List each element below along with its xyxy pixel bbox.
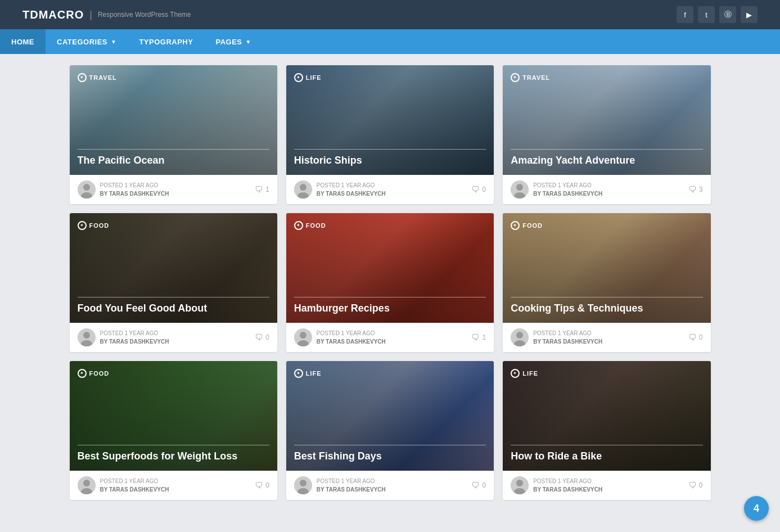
- card-author-0: POSTED 1 YEAR AGO BY TARAS DASHKEVYCH: [78, 181, 169, 199]
- facebook-icon[interactable]: f: [677, 6, 693, 23]
- card-6[interactable]: ⌖ FOOD Best Superfoods for Weight Loss: [70, 361, 277, 500]
- logo-divider: |: [89, 9, 92, 21]
- comment-icon-5: 🗨: [688, 333, 696, 342]
- comment-icon-3: 🗨: [255, 333, 263, 342]
- category-icon-2: ⌖: [511, 73, 520, 82]
- header-social-icons: f t Ⓑ ▶: [677, 6, 758, 23]
- card-title-divider-3: [78, 297, 269, 297]
- card-title-divider-5: [511, 297, 702, 297]
- site-badge[interactable]: 4: [744, 496, 769, 521]
- card-7[interactable]: ⌖ LIFE Best Fishing Days: [286, 361, 494, 500]
- card-footer-5: POSTED 1 YEAR AGO BY TARAS DASHKEVYCH 🗨 …: [503, 323, 710, 352]
- card-bg-1: ⌖ LIFE Historic Ships: [286, 65, 494, 175]
- nav-categories[interactable]: CATEGORIES ▼: [46, 29, 128, 54]
- site-header: TDMACRO | Responsive WordPress Theme f t…: [0, 0, 780, 29]
- author-avatar-7: [294, 476, 312, 494]
- author-avatar-6: [78, 476, 96, 494]
- author-avatar-5: [511, 328, 529, 346]
- card-bg-5: ⌖ FOOD Cooking Tips & Techniques: [503, 213, 710, 323]
- card-title-divider-6: [78, 445, 269, 445]
- author-avatar-0: [78, 181, 96, 199]
- card-5[interactable]: ⌖ FOOD Cooking Tips & Techniques: [503, 213, 710, 352]
- card-bg-0: ⌖ TRAVEL The Pacific Ocean: [70, 65, 277, 175]
- comment-icon-1: 🗨: [471, 185, 479, 194]
- card-image-8: ⌖ LIFE How to Ride a Bike: [503, 361, 710, 471]
- comment-icon-6: 🗨: [255, 481, 263, 490]
- card-comments-6: 🗨 0: [255, 481, 269, 490]
- card-2[interactable]: ⌖ TRAVEL Amazing Yacht Adventure: [503, 65, 710, 204]
- card-author-2: POSTED 1 YEAR AGO BY TARAS DASHKEVYCH: [511, 181, 602, 199]
- logo-tagline: Responsive WordPress Theme: [98, 11, 191, 19]
- main-content: ⌖ TRAVEL The Pacific Ocean: [64, 54, 716, 511]
- author-avatar-8: [511, 476, 529, 494]
- cards-grid: ⌖ TRAVEL The Pacific Ocean: [70, 65, 711, 500]
- card-title-4: Hamburger Recipes: [294, 297, 486, 315]
- card-footer-4: POSTED 1 YEAR AGO BY TARAS DASHKEVYCH 🗨 …: [286, 323, 494, 352]
- card-image-6: ⌖ FOOD Best Superfoods for Weight Loss: [70, 361, 277, 471]
- comment-icon-2: 🗨: [688, 185, 696, 194]
- card-bg-4: ⌖ FOOD Hamburger Recipes: [286, 213, 494, 323]
- author-meta-6: POSTED 1 YEAR AGO BY TARAS DASHKEVYCH: [100, 477, 169, 494]
- author-meta-5: POSTED 1 YEAR AGO BY TARAS DASHKEVYCH: [533, 329, 602, 346]
- card-footer-6: POSTED 1 YEAR AGO BY TARAS DASHKEVYCH 🗨 …: [70, 471, 277, 500]
- card-title-6: Best Superfoods for Weight Loss: [78, 445, 269, 463]
- card-author-6: POSTED 1 YEAR AGO BY TARAS DASHKEVYCH: [78, 476, 169, 494]
- card-category-2: ⌖ TRAVEL: [511, 73, 550, 82]
- card-author-5: POSTED 1 YEAR AGO BY TARAS DASHKEVYCH: [511, 328, 602, 346]
- svg-point-22: [300, 480, 306, 486]
- card-image-1: ⌖ LIFE Historic Ships: [286, 65, 494, 175]
- author-meta-2: POSTED 1 YEAR AGO BY TARAS DASHKEVYCH: [533, 181, 602, 198]
- card-title-divider-4: [294, 297, 486, 297]
- card-footer-3: POSTED 1 YEAR AGO BY TARAS DASHKEVYCH 🗨 …: [70, 323, 277, 352]
- category-icon-8: ⌖: [511, 369, 520, 378]
- category-icon-6: ⌖: [78, 369, 87, 378]
- card-image-7: ⌖ LIFE Best Fishing Days: [286, 361, 494, 471]
- author-avatar-2: [511, 181, 529, 199]
- card-bg-8: ⌖ LIFE How to Ride a Bike: [503, 361, 710, 471]
- card-0[interactable]: ⌖ TRAVEL The Pacific Ocean: [70, 65, 277, 204]
- card-author-7: POSTED 1 YEAR AGO BY TARAS DASHKEVYCH: [294, 476, 386, 494]
- card-category-5: ⌖ FOOD: [511, 221, 543, 230]
- author-meta-4: POSTED 1 YEAR AGO BY TARAS DASHKEVYCH: [317, 329, 386, 346]
- author-meta-7: POSTED 1 YEAR AGO BY TARAS DASHKEVYCH: [317, 477, 386, 494]
- card-author-8: POSTED 1 YEAR AGO BY TARAS DASHKEVYCH: [511, 476, 602, 494]
- svg-point-16: [516, 332, 523, 339]
- card-comments-0: 🗨 1: [255, 185, 269, 194]
- card-image-2: ⌖ TRAVEL Amazing Yacht Adventure: [503, 65, 710, 175]
- card-title-divider-7: [294, 445, 486, 445]
- pages-chevron: ▼: [245, 39, 251, 45]
- card-category-0: ⌖ TRAVEL: [78, 73, 117, 82]
- card-4[interactable]: ⌖ FOOD Hamburger Recipes: [286, 213, 494, 352]
- card-image-0: ⌖ TRAVEL The Pacific Ocean: [70, 65, 277, 175]
- card-title-divider-1: [294, 149, 486, 150]
- card-1[interactable]: ⌖ LIFE Historic Ships: [286, 65, 494, 204]
- site-logo: TDMACRO | Responsive WordPress Theme: [22, 8, 191, 21]
- card-comments-4: 🗨 1: [471, 333, 486, 342]
- author-avatar-4: [294, 328, 312, 346]
- card-8[interactable]: ⌖ LIFE How to Ride a Bike: [503, 361, 710, 500]
- card-category-4: ⌖ FOOD: [294, 221, 326, 230]
- card-category-3: ⌖ FOOD: [78, 221, 110, 230]
- svg-point-1: [83, 184, 90, 191]
- card-comments-3: 🗨 0: [255, 333, 269, 342]
- comment-icon-7: 🗨: [471, 481, 479, 490]
- nav-home[interactable]: HOME: [0, 29, 46, 54]
- nav-pages[interactable]: PAGES ▼: [204, 29, 262, 54]
- card-footer-0: POSTED 1 YEAR AGO BY TARAS DASHKEVYCH 🗨 …: [70, 175, 277, 204]
- youtube-icon[interactable]: ▶: [741, 6, 758, 23]
- card-title-divider-8: [511, 445, 702, 445]
- author-meta-1: POSTED 1 YEAR AGO BY TARAS DASHKEVYCH: [317, 181, 386, 198]
- card-comments-5: 🗨 0: [688, 333, 703, 342]
- card-bg-2: ⌖ TRAVEL Amazing Yacht Adventure: [503, 65, 710, 175]
- twitter-icon[interactable]: t: [698, 6, 715, 23]
- card-title-0: The Pacific Ocean: [78, 149, 269, 167]
- nav-typography[interactable]: TYPOGRAPHY: [128, 29, 204, 54]
- svg-point-10: [83, 332, 90, 339]
- svg-point-19: [83, 480, 90, 486]
- category-icon-0: ⌖: [78, 73, 87, 82]
- comment-icon-4: 🗨: [471, 333, 479, 342]
- author-avatar-1: [294, 181, 312, 199]
- instagram-icon[interactable]: Ⓑ: [719, 6, 736, 23]
- card-3[interactable]: ⌖ FOOD Food You Feel Good About: [70, 213, 277, 352]
- svg-point-25: [516, 480, 523, 486]
